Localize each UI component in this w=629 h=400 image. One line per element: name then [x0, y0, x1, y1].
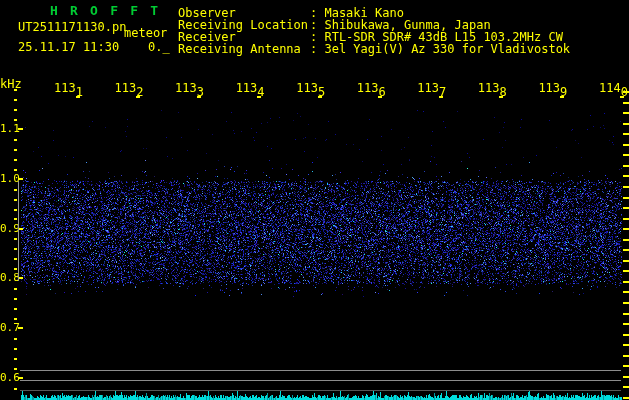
freq-minor-tick [14, 258, 17, 260]
spectrogram-noise-canvas [0, 0, 629, 400]
time-tick-mark [197, 96, 201, 98]
time-tick-label: 1135 [296, 81, 325, 95]
station-info-block: Observer: Masaki KanoReceiving Location:… [178, 6, 570, 54]
right-minor-tick [623, 334, 629, 336]
info-value: : 3el Yagi(V) Az 330 for Vladivostok [310, 42, 570, 54]
freq-minor-tick [14, 209, 17, 211]
right-minor-tick [623, 291, 629, 293]
time-tick-mark [136, 96, 140, 98]
signal-strip-mid-line [20, 380, 621, 381]
station-info-row: Receiving Antenna: 3el Yagi(V) Az 330 fo… [178, 42, 570, 54]
freq-tick-label: 0.7 [0, 321, 20, 334]
time-tick-label: 1139 [538, 81, 567, 95]
freq-minor-tick [14, 288, 17, 290]
time-tick-mark [76, 96, 80, 98]
freq-minor-tick [14, 298, 17, 300]
time-tick-head: 113 [54, 81, 76, 95]
time-tick-head: 113 [538, 81, 560, 95]
app-title: H R O F F T [50, 3, 160, 18]
right-minor-tick [623, 144, 629, 146]
right-minor-tick [623, 270, 629, 272]
noise-band-reference-line [18, 181, 19, 281]
right-minor-tick [623, 218, 629, 220]
freq-minor-tick [14, 308, 17, 310]
right-minor-tick [623, 112, 629, 114]
freq-minor-tick [14, 189, 17, 191]
freq-major-tick [18, 377, 23, 379]
time-tick-head: 113 [296, 81, 318, 95]
time-tick-label: 1136 [357, 81, 386, 95]
freq-minor-tick [14, 149, 17, 151]
time-tick-label: 1138 [478, 81, 507, 95]
right-minor-tick [623, 376, 629, 378]
station-info-row: Receiving Location: Shibukawa, Gunma, Ja… [178, 18, 570, 30]
time-tick-label: 1132 [115, 81, 144, 95]
station-info-row: Observer: Masaki Kano [178, 6, 570, 18]
signal-strip-upper-line [20, 370, 621, 371]
freq-major-tick [18, 178, 23, 180]
freq-major-tick [18, 128, 23, 130]
freq-tick-label: 0.8 [0, 271, 20, 284]
hrofft-window: H R O F F T UT2511171130.pn meteor 25.11… [0, 0, 629, 400]
info-label: Receiving Location [178, 18, 310, 30]
time-tick-label: 1137 [417, 81, 446, 95]
right-minor-tick [623, 175, 629, 177]
freq-minor-tick [14, 89, 17, 91]
freq-minor-tick [14, 358, 17, 360]
right-minor-tick [623, 197, 629, 199]
time-tick-label: 1131 [54, 81, 83, 95]
freq-minor-tick [14, 318, 17, 320]
right-minor-tick [623, 323, 629, 325]
station-info-row: Receiver: RTL-SDR SDR# 43dB L15 103.2MHz… [178, 30, 570, 42]
right-minor-tick [623, 102, 629, 104]
observation-name-label: meteor [124, 26, 167, 40]
right-minor-tick [623, 365, 629, 367]
time-tick-head: 113 [236, 81, 258, 95]
freq-minor-tick [14, 268, 17, 270]
freq-minor-tick [14, 199, 17, 201]
info-label: Receiving Antenna [178, 42, 310, 54]
freq-minor-tick [14, 348, 17, 350]
freq-minor-tick [14, 109, 17, 111]
freq-minor-tick [14, 139, 17, 141]
freq-tick-label: 0.9 [0, 222, 20, 235]
y-axis-unit-label: kHz [0, 77, 22, 91]
info-value: : RTL-SDR SDR# 43dB L15 103.2MHz CW [310, 30, 563, 42]
time-tick-label: 1133 [175, 81, 204, 95]
info-label: Receiver [178, 30, 310, 42]
time-tick-mark [620, 96, 624, 98]
right-minor-tick [623, 249, 629, 251]
right-minor-tick [623, 123, 629, 125]
time-tick-mark [378, 96, 382, 98]
right-minor-tick [623, 344, 629, 346]
info-value: : Masaki Kano [310, 6, 404, 18]
right-minor-tick [623, 239, 629, 241]
right-minor-tick [623, 397, 629, 399]
right-minor-tick [623, 207, 629, 209]
right-minor-tick [623, 386, 629, 388]
time-tick-head: 113 [175, 81, 197, 95]
freq-tick-label: 0.6 [0, 371, 20, 384]
freq-minor-tick [14, 218, 17, 220]
freq-minor-tick [14, 169, 17, 171]
time-tick-mark [439, 96, 443, 98]
right-minor-tick [623, 186, 629, 188]
right-minor-tick [623, 165, 629, 167]
freq-major-tick [18, 327, 23, 329]
freq-minor-tick [14, 388, 17, 390]
right-minor-tick [623, 281, 629, 283]
output-filename: UT2511171130.pn [18, 20, 126, 34]
datetime-counter: 25.11.17 11:30 0._ [18, 40, 170, 54]
time-tick-head: 114 [599, 81, 621, 95]
freq-minor-tick [14, 368, 17, 370]
time-tick-mark [257, 96, 261, 98]
time-tick-head: 113 [357, 81, 379, 95]
info-value: : Shibukawa, Gunma, Japan [310, 18, 491, 30]
time-tick-mark [499, 96, 503, 98]
freq-minor-tick [14, 248, 17, 250]
freq-tick-label: 1.0 [0, 172, 20, 185]
right-minor-tick [623, 313, 629, 315]
freq-minor-tick [14, 119, 17, 121]
right-minor-tick [623, 355, 629, 357]
time-tick-mark [318, 96, 322, 98]
